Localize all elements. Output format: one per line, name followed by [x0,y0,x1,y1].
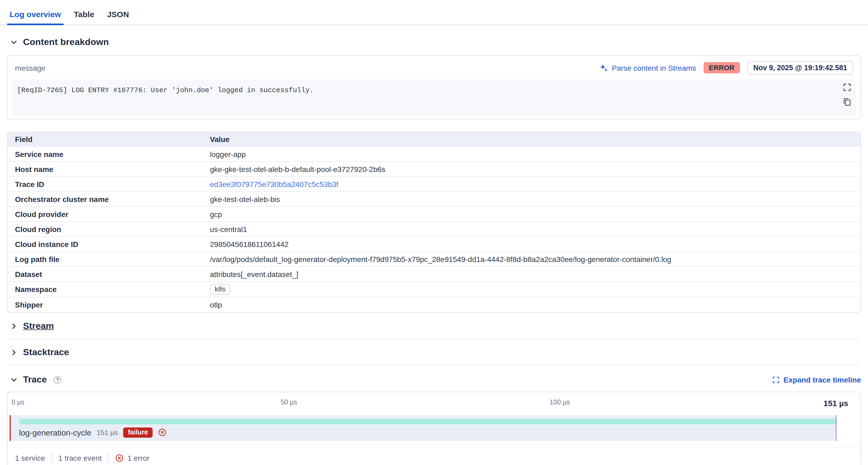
chevron-down-icon [11,39,17,46]
expand-trace-timeline-label: Expand trace timeline [784,375,861,384]
stream-section-toggle[interactable]: Stream [0,313,868,338]
field-value: us-central1 [203,222,861,236]
field-value: gke-gke-test-otel-aleb-b-default-pool-e3… [203,162,861,176]
span-duration-bar [19,419,836,424]
field-name: Shipper [7,297,203,312]
field-value: otlp [203,297,861,312]
field-value: gcp [203,206,861,222]
trace-summary-bar: 1 service 1 trace event 1 error [7,447,861,465]
axis-tick: 0 µs [11,398,24,406]
table-row: Shipper otlp [7,297,861,312]
table-row: Cloud region us-central1 [7,222,861,236]
field-name: Host name [7,162,203,176]
field-name: Cloud provider [7,206,203,222]
sparkles-icon [599,63,608,72]
field-value: /var/log/pods/default_log-generator-depl… [203,252,861,266]
trace-section-header: Trace ? Expand trace timeline [0,365,868,391]
field-value: logger-app [203,147,861,162]
divider [108,453,109,462]
axis-tick: 100 µs [550,398,570,406]
trace-event-count: 1 trace event [58,454,102,462]
namespace-badge[interactable]: k8s [210,284,230,295]
log-message-text: [ReqID-7265] LOG ENTRY #167776: User 'jo… [17,86,314,94]
section-title-stream: Stream [23,321,54,331]
message-code-block: [ReqID-7265] LOG ENTRY #167776: User 'jo… [12,79,856,116]
field-value: 2985045618611061442 [203,236,861,252]
field-name: Service name [7,147,203,162]
table-row: Host name gke-gke-test-otel-aleb-b-defau… [7,162,861,176]
field-name: Trace ID [7,176,203,192]
table-row: Dataset attributes[_event.dataset_] [7,266,861,282]
field-name: Namespace [7,282,203,297]
message-panel: message Parse content in Streams ERROR N… [7,55,861,119]
trace-total-duration: 151 µs [824,398,848,407]
stacktrace-section-toggle[interactable]: Stacktrace [0,339,868,365]
log-detail-flyout: Log overview Table JSON Content breakdow… [0,0,868,465]
field-name: Cloud region [7,222,203,236]
message-actions: Parse content in Streams ERROR Nov 9, 20… [599,61,853,75]
table-row: Namespace k8s [7,282,861,297]
span-status-badge[interactable]: failure [123,427,153,437]
code-block-actions [843,83,851,106]
error-count: 1 error [115,454,149,462]
trace-id-link[interactable]: ed3ee3f079775e730b5a2407c5c53b3f [210,180,338,188]
section-title-trace: Trace [23,374,47,385]
timeline-end-marker [836,415,836,441]
span-label-group: log-generation-cycle 151 µs failure [19,427,167,437]
error-count-label: 1 error [127,454,149,462]
parse-content-label: Parse content in Streams [612,63,696,72]
table-row: Trace ID ed3ee3f079775e730b5a2407c5c53b3… [7,176,861,192]
field-name: Cloud instance ID [7,236,203,252]
trace-span-row[interactable]: log-generation-cycle 151 µs failure [10,415,836,441]
help-icon[interactable]: ? [54,376,61,383]
table-row: Cloud provider gcp [7,206,861,222]
span-duration: 151 µs [97,428,118,436]
trace-waterfall-panel: 0 µs 50 µs 100 µs 151 µs log-generation-… [7,391,861,465]
table-row: Cloud instance ID 2985045618611061442 [7,236,861,252]
expand-trace-timeline-link[interactable]: Expand trace timeline [772,375,861,384]
table-row: Service name logger-app [7,147,861,162]
timeline-axis: 0 µs 50 µs 100 µs 151 µs [7,398,861,413]
tab-log-overview[interactable]: Log overview [7,10,64,25]
chevron-right-icon [11,323,17,329]
section-title-stacktrace: Stacktrace [23,347,69,357]
expand-icon[interactable] [843,83,851,92]
timestamp-badge[interactable]: Nov 9, 2025 @ 19:19:42.581 [747,61,853,75]
field-name: Orchestrator cluster name [7,192,203,206]
divider [52,453,52,462]
message-field-label: message [15,63,45,72]
message-panel-header: message Parse content in Streams ERROR N… [7,56,861,79]
error-icon [158,428,167,437]
chevron-down-icon [11,376,17,383]
column-header-field: Field [7,132,203,147]
chevron-right-icon [11,349,17,355]
tab-bar: Log overview Table JSON [0,0,868,25]
table-header-row: Field Value [7,132,861,147]
log-level-badge[interactable]: ERROR [704,62,740,74]
field-value-table: Field Value Service name logger-app Host… [7,132,861,313]
service-count: 1 service [15,454,45,462]
field-name: Log path file [7,252,203,266]
axis-tick: 50 µs [281,398,297,406]
parse-content-link[interactable]: Parse content in Streams [599,63,696,72]
table-row: Orchestrator cluster name gke-test-otel-… [7,192,861,206]
field-value: attributes[_event.dataset_] [203,266,861,282]
tab-json[interactable]: JSON [104,10,132,25]
expand-icon [772,376,780,383]
section-title-content-breakdown: Content breakdown [23,37,109,48]
error-icon [115,454,124,462]
tab-table[interactable]: Table [71,10,97,25]
field-value: gke-test-otel-aleb-bis [203,192,861,206]
table-row: Log path file /var/log/pods/default_log-… [7,252,861,266]
column-header-value: Value [203,132,861,147]
field-name: Dataset [7,266,203,282]
content-breakdown-toggle[interactable]: Content breakdown [0,25,868,55]
span-name: log-generation-cycle [19,428,91,437]
trace-section-toggle[interactable]: Trace ? [11,374,61,385]
copy-icon[interactable] [843,97,851,106]
